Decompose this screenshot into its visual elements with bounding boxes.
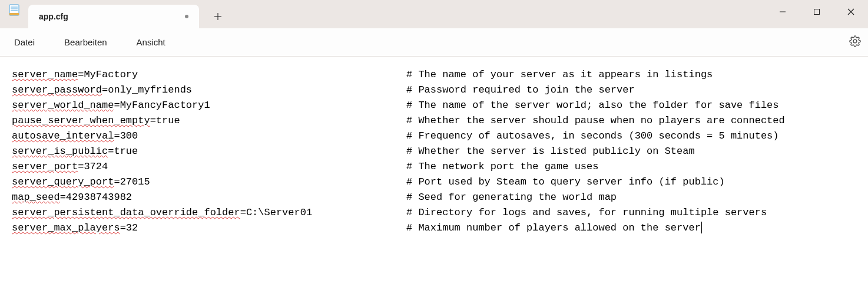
config-key: server_port bbox=[12, 161, 78, 172]
config-value: only_myfriends bbox=[108, 84, 192, 95]
equals-sign: = bbox=[108, 146, 114, 157]
config-kv: server_max_players=32 bbox=[12, 222, 138, 233]
config-line[interactable]: server_port=3724# The network port the g… bbox=[12, 159, 856, 174]
config-kv: autosave_interval=300 bbox=[12, 130, 138, 141]
config-kv: server_port=3724 bbox=[12, 161, 108, 172]
config-line[interactable]: server_name=MyFactory# The name of your … bbox=[12, 67, 856, 83]
svg-rect-4 bbox=[9, 13, 19, 15]
config-comment: # The network port the game uses bbox=[406, 159, 598, 174]
menu-file[interactable]: Datei bbox=[5, 32, 44, 52]
config-key: server_persistent_data_override_folder bbox=[12, 207, 240, 218]
config-key: server_name bbox=[12, 69, 78, 80]
config-line[interactable]: server_is_public=true# Whether the serve… bbox=[12, 144, 856, 159]
config-kv: server_name=MyFactory bbox=[12, 69, 138, 80]
config-key: server_is_public bbox=[12, 146, 108, 157]
config-line[interactable]: server_world_name=MyFancyFactory1# The n… bbox=[12, 98, 856, 113]
config-line[interactable]: server_query_port=27015# Port used by St… bbox=[12, 174, 856, 190]
equals-sign: = bbox=[120, 222, 126, 233]
config-comment: # The name of your server as it appears … bbox=[406, 67, 713, 83]
equals-sign: = bbox=[114, 130, 120, 141]
config-value: 3724 bbox=[84, 161, 108, 172]
config-key: pause_server_when_empty bbox=[12, 115, 150, 126]
tab-modified-indicator-icon bbox=[185, 15, 188, 18]
config-kv: server_query_port=27015 bbox=[12, 176, 150, 187]
config-key: server_world_name bbox=[12, 100, 114, 111]
equals-sign: = bbox=[150, 115, 156, 126]
config-line[interactable]: autosave_interval=300# Frequency of auto… bbox=[12, 129, 856, 144]
config-value: 27015 bbox=[120, 176, 150, 187]
config-comment: # Password required to join the server bbox=[406, 83, 635, 98]
config-kv: server_persistent_data_override_folder=C… bbox=[12, 207, 312, 218]
config-line[interactable]: server_password=only_myfriends# Password… bbox=[12, 83, 856, 98]
config-value: true bbox=[156, 115, 180, 126]
config-value: 42938743982 bbox=[66, 192, 132, 203]
config-kv: pause_server_when_empty=true bbox=[12, 115, 180, 126]
new-tab-button[interactable] bbox=[206, 5, 230, 28]
config-line[interactable]: server_persistent_data_override_folder=C… bbox=[12, 205, 856, 220]
config-key: server_query_port bbox=[12, 176, 114, 187]
titlebar: app.cfg bbox=[0, 0, 868, 28]
config-line[interactable]: map_seed=42938743982# Seed for generatin… bbox=[12, 190, 856, 205]
equals-sign: = bbox=[78, 161, 84, 172]
config-comment: # Seed for generating the world map bbox=[406, 190, 617, 205]
config-comment: # The name of the server world; also the… bbox=[406, 98, 779, 113]
config-kv: server_world_name=MyFancyFactory1 bbox=[12, 100, 210, 111]
config-value: MyFancyFactory1 bbox=[120, 100, 210, 111]
tab-title: app.cfg bbox=[39, 12, 185, 21]
config-comment: # Frequency of autosaves, in seconds (30… bbox=[406, 129, 779, 144]
config-comment: # Maximum number of players allowed on t… bbox=[406, 220, 702, 236]
editor-area[interactable]: server_name=MyFactory# The name of your … bbox=[0, 57, 868, 246]
equals-sign: = bbox=[240, 207, 246, 218]
config-value: true bbox=[114, 146, 138, 157]
config-kv: server_password=only_myfriends bbox=[12, 84, 192, 95]
config-comment: # Whether the server should pause when n… bbox=[406, 113, 785, 129]
config-comment: # Port used by Steam to query server inf… bbox=[406, 174, 725, 190]
config-value: C:\Server01 bbox=[246, 207, 312, 218]
menu-view[interactable]: Ansicht bbox=[127, 32, 175, 52]
config-key: server_max_players bbox=[12, 222, 120, 233]
close-button[interactable] bbox=[834, 0, 868, 24]
config-kv: server_is_public=true bbox=[12, 146, 138, 157]
equals-sign: = bbox=[102, 84, 108, 95]
minimize-button[interactable] bbox=[766, 0, 800, 24]
window-controls bbox=[766, 0, 868, 24]
menubar: Datei Bearbeiten Ansicht bbox=[0, 28, 868, 57]
config-comment: # Directory for logs and saves, for runn… bbox=[406, 205, 767, 220]
svg-rect-8 bbox=[814, 9, 820, 15]
config-key: server_password bbox=[12, 84, 102, 95]
equals-sign: = bbox=[114, 100, 120, 111]
config-value: 300 bbox=[120, 130, 138, 141]
equals-sign: = bbox=[114, 176, 120, 187]
config-line[interactable]: server_max_players=32# Maximum number of… bbox=[12, 220, 856, 236]
config-line[interactable]: pause_server_when_empty=true# Whether th… bbox=[12, 113, 856, 129]
notepad-icon bbox=[8, 4, 20, 16]
config-key: autosave_interval bbox=[12, 130, 114, 141]
gear-icon bbox=[849, 35, 861, 47]
maximize-button[interactable] bbox=[800, 0, 834, 24]
config-value: MyFactory bbox=[84, 69, 138, 80]
config-value: 32 bbox=[126, 222, 138, 233]
config-key: map_seed bbox=[12, 192, 60, 203]
tab-active[interactable]: app.cfg bbox=[28, 5, 199, 28]
text-cursor-icon bbox=[701, 222, 702, 233]
config-kv: map_seed=42938743982 bbox=[12, 192, 132, 203]
menu-edit[interactable]: Bearbeiten bbox=[55, 32, 117, 52]
config-comment: # Whether the server is listed publicly … bbox=[406, 144, 695, 159]
equals-sign: = bbox=[60, 192, 66, 203]
settings-button[interactable] bbox=[849, 35, 861, 50]
equals-sign: = bbox=[78, 69, 84, 80]
